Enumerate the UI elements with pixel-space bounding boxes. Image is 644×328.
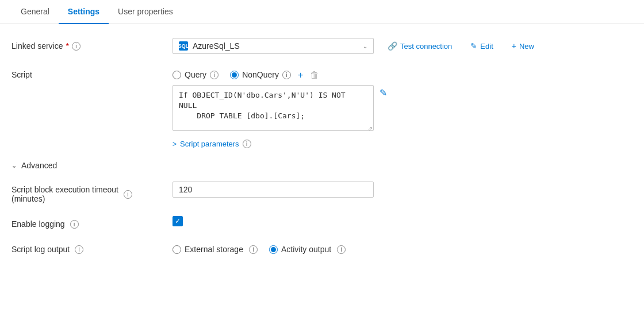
dropdown-chevron-icon: ⌄: [363, 43, 367, 49]
required-star: *: [66, 41, 69, 51]
enable-logging-checkbox[interactable]: ✓: [172, 216, 183, 226]
enable-logging-label: Enable logging i: [12, 216, 172, 229]
db-icon: SQL: [179, 41, 188, 51]
script-label: Script: [12, 67, 172, 79]
linked-service-info-icon[interactable]: i: [72, 42, 80, 51]
checkmark-icon: ✓: [175, 217, 181, 225]
linked-service-control: SQL AzureSql_LS ⌄ 🔗 Test connection ✎ Ed…: [172, 38, 632, 54]
script-textarea[interactable]: If OBJECT_ID(N'dbo.Cars',N'U') IS NOT NU…: [172, 85, 374, 131]
timeout-label: Script block execution timeout (minutes)…: [12, 182, 172, 203]
script-textarea-wrapper: If OBJECT_ID(N'dbo.Cars',N'U') IS NOT NU…: [172, 85, 374, 133]
script-type-radio-group: Query i NonQuery i: [172, 67, 291, 79]
script-control: Query i NonQuery i + 🗑: [172, 67, 632, 148]
tab-user-properties[interactable]: User properties: [109, 0, 182, 24]
script-log-output-info-icon[interactable]: i: [75, 245, 83, 254]
linked-service-actions: 🔗 Test connection ✎ Edit + New: [388, 38, 534, 51]
tab-settings[interactable]: Settings: [59, 0, 109, 24]
query-info-icon[interactable]: i: [210, 71, 218, 79]
test-connection-button[interactable]: 🔗 Test connection: [388, 41, 452, 51]
add-script-icon[interactable]: +: [298, 70, 303, 80]
enable-logging-info-icon[interactable]: i: [70, 220, 79, 229]
nonquery-info-icon[interactable]: i: [282, 71, 291, 79]
new-button[interactable]: + New: [512, 41, 534, 51]
external-storage-radio[interactable]: [172, 245, 181, 254]
resize-handle-icon: ⇗: [368, 125, 373, 132]
enable-logging-control: ✓: [172, 216, 632, 226]
new-plus-icon: +: [512, 41, 516, 51]
activity-output-info-icon[interactable]: i: [337, 245, 346, 254]
timeout-row: Script block execution timeout (minutes)…: [12, 182, 632, 203]
script-row: Script Query i NonQuery i: [12, 67, 632, 148]
tabs-bar: General Settings User properties: [0, 0, 644, 24]
query-radio[interactable]: [172, 71, 181, 79]
linked-service-label: Linked service * i: [12, 38, 172, 51]
activity-output-radio-item[interactable]: Activity output i: [269, 245, 346, 254]
script-parameters-toggle[interactable]: > Script parameters i: [172, 140, 387, 148]
script-log-output-row: Script log output i External storage i A…: [12, 241, 632, 254]
delete-script-icon: 🗑: [310, 70, 319, 80]
nonquery-radio[interactable]: [230, 71, 239, 79]
timeout-control: [172, 182, 632, 198]
script-log-output-label: Script log output i: [12, 241, 172, 254]
nonquery-radio-item[interactable]: NonQuery i: [230, 70, 291, 79]
edit-pencil-icon: ✎: [470, 41, 477, 51]
enable-logging-row: Enable logging i ✓: [12, 216, 632, 229]
advanced-toggle[interactable]: ⌄ Advanced: [12, 161, 632, 170]
linked-service-row: Linked service * i SQL AzureSql_LS ⌄ 🔗 T…: [12, 38, 632, 54]
query-radio-item[interactable]: Query i: [172, 70, 218, 79]
edit-button[interactable]: ✎ Edit: [470, 41, 493, 51]
timeout-info-icon[interactable]: i: [124, 190, 132, 199]
log-output-radio-group: External storage i Activity output i: [172, 241, 346, 254]
timeout-input[interactable]: [172, 182, 374, 198]
activity-output-radio[interactable]: [269, 245, 278, 254]
script-params-info-icon[interactable]: i: [243, 140, 251, 148]
script-edit-icon[interactable]: ✎: [379, 85, 387, 98]
script-log-output-control: External storage i Activity output i: [172, 241, 632, 254]
script-action-icons: + 🗑: [298, 67, 319, 80]
settings-content: Linked service * i SQL AzureSql_LS ⌄ 🔗 T…: [0, 24, 644, 280]
advanced-chevron-icon: ⌄: [12, 162, 17, 169]
external-storage-radio-item[interactable]: External storage i: [172, 245, 258, 254]
test-connection-icon: 🔗: [388, 41, 397, 51]
script-params-chevron-icon: >: [172, 140, 177, 148]
script-controls: Query i NonQuery i + 🗑: [172, 67, 387, 148]
tab-general[interactable]: General: [12, 0, 59, 24]
linked-service-dropdown[interactable]: SQL AzureSql_LS ⌄: [172, 38, 374, 54]
external-storage-info-icon[interactable]: i: [249, 245, 258, 254]
